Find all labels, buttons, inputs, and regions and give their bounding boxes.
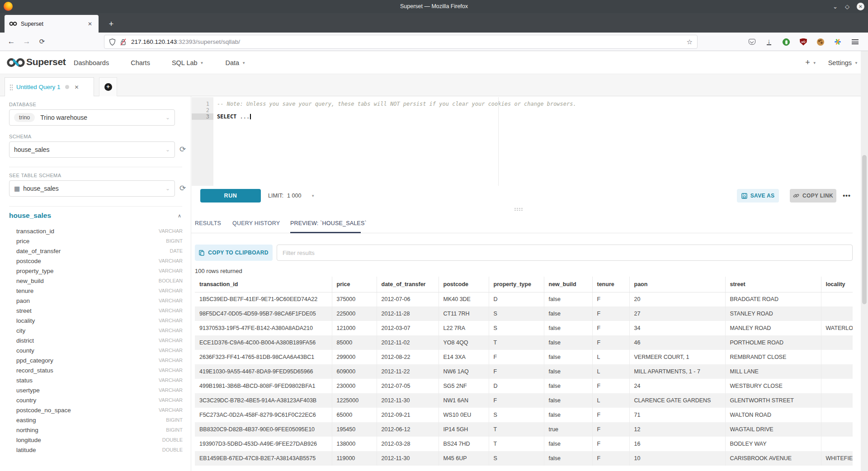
refresh-table-icon[interactable]: ⟳	[178, 184, 187, 193]
screen: Superset — Mozilla Firefox ⌄ ◇ ✕ Superse…	[0, 0, 868, 471]
database-select[interactable]: trino Trino warehouse ⌄	[9, 109, 175, 126]
column-type: VARCHAR	[159, 328, 183, 333]
window-close-icon[interactable]: ✕	[857, 3, 864, 10]
tab-preview-house-sales[interactable]: PREVIEW: `HOUSE_SALES`	[290, 220, 367, 226]
cell-postcode: IP14 5GH	[439, 422, 489, 437]
filter-results-input[interactable]	[277, 245, 853, 261]
cell-postcode: SG5 2NF	[439, 379, 489, 393]
table-header-cell[interactable]: property_type	[489, 277, 544, 292]
query-tab-active[interactable]: Untitled Query 1 ✕	[5, 77, 94, 96]
copy-link-button[interactable]: COPY LINK	[790, 189, 836, 203]
nav-dashboards[interactable]: Dashboards	[74, 59, 109, 66]
table-header-cell[interactable]: price	[332, 277, 377, 292]
nav-data[interactable]: Data▼	[226, 59, 246, 66]
cell-transaction-id: 2636F323-FF41-4765-81DB-98CAA6A43BC1	[195, 350, 332, 364]
sql-editor[interactable]: 1 2 3 -- Note: Unless you save your quer…	[191, 97, 853, 186]
run-button[interactable]: RUN	[200, 189, 261, 203]
nav-sql-lab[interactable]: SQL Lab▼	[172, 59, 204, 66]
schema-select[interactable]: house_sales ⌄	[9, 141, 175, 158]
superset-nav-right: +▼ Settings▼	[805, 51, 858, 74]
scrollbar-thumb[interactable]	[862, 155, 867, 304]
copy-to-clipboard-button[interactable]: COPY TO CLIPBOARD	[195, 245, 273, 261]
new-query-tab-button[interactable]: +	[99, 77, 117, 96]
page-scrollbar[interactable]	[861, 51, 868, 471]
save-as-button[interactable]: SAVE AS	[737, 189, 779, 203]
table-header-cell[interactable]: postcode	[439, 277, 489, 292]
window-maximize-icon[interactable]: ◇	[845, 4, 849, 9]
cell-tenure: F	[592, 408, 629, 422]
south-pane-tabs: RESULTS QUERY HISTORY PREVIEW: `HOUSE_SA…	[191, 215, 853, 233]
back-button-icon[interactable]: ←	[4, 37, 19, 46]
cell-property-type: F	[489, 364, 544, 379]
cell-date-of-transfer: 2012-06-12	[377, 422, 439, 437]
table-header-cell[interactable]: new_build	[544, 277, 592, 292]
settings-menu[interactable]: Settings▼	[828, 59, 858, 66]
privacy-badger-icon[interactable]	[782, 38, 790, 46]
refresh-schema-icon[interactable]: ⟳	[178, 145, 187, 154]
forward-button-icon[interactable]: →	[19, 37, 34, 46]
cell-street: REMBRANDT CLOSE	[725, 350, 821, 364]
table-header-cell[interactable]: tenure	[592, 277, 629, 292]
browser-tab-superset[interactable]: Superset ✕	[5, 15, 99, 33]
table-select[interactable]: ▦ house_sales ⌄	[9, 180, 175, 197]
tab-query-history[interactable]: QUERY HISTORY	[232, 220, 280, 226]
superset-navbar: Superset Dashboards Charts SQL Lab▼ Data…	[0, 51, 868, 74]
pocket-icon[interactable]	[748, 38, 756, 46]
tracking-shield-icon[interactable]	[109, 38, 116, 46]
cell-price: 1225000	[332, 393, 377, 408]
cell-locality	[821, 335, 853, 350]
limit-dropdown[interactable]: LIMIT: 1 000 ▼	[268, 189, 315, 203]
cell-transaction-id: ECE1D376-C9A6-4C00-B004-A380B189FA56	[195, 335, 332, 350]
cell-property-type: S	[489, 321, 544, 335]
table-header-cell[interactable]: date_of_transfer	[377, 277, 439, 292]
url-bar[interactable]: 217.160.120.143:32393/superset/sqllab/ ☆	[104, 35, 698, 49]
text-cursor	[250, 114, 251, 119]
drag-handle-icon[interactable]	[9, 84, 13, 90]
download-icon[interactable]: ↓	[765, 38, 773, 46]
line-number: 2	[192, 107, 213, 113]
editor-code-area[interactable]: -- Note: Unless you save your query, the…	[213, 97, 853, 186]
url-host: 217.160.120.143	[131, 38, 177, 45]
table-header-cell[interactable]: street	[725, 277, 821, 292]
column-row: tenure VARCHAR	[0, 286, 191, 296]
table-header-cell[interactable]: locality	[821, 277, 853, 292]
cell-tenure: F	[592, 306, 629, 321]
cell-paon: VERMEER COURT, 1	[629, 350, 725, 364]
column-name: price	[16, 238, 29, 245]
window-title: Superset — Mozilla Firefox	[0, 0, 868, 13]
pane-resize-grip[interactable]	[514, 207, 523, 211]
cell-price: 195450	[332, 422, 377, 437]
menu-icon[interactable]	[851, 38, 859, 46]
results-table[interactable]: transaction_idpricedate_of_transferpostc…	[195, 277, 853, 466]
ublock-icon[interactable]: uO	[799, 38, 807, 46]
cookie-icon[interactable]	[816, 38, 825, 46]
cell-price: 225000	[332, 306, 377, 321]
column-name: new_build	[16, 278, 44, 284]
cell-postcode: L22 7RA	[439, 321, 489, 335]
superset-logo-icon[interactable]	[6, 57, 25, 68]
insecure-lock-icon[interactable]	[120, 38, 127, 46]
table-heading[interactable]: house_sales	[9, 212, 51, 220]
column-type: VARCHAR	[159, 377, 183, 383]
cell-paon: 12	[629, 422, 725, 437]
table-header-cell[interactable]: transaction_id	[195, 277, 332, 292]
window-minimize-icon[interactable]: ⌄	[833, 4, 838, 9]
container-icon[interactable]	[834, 38, 842, 46]
cell-property-type: T	[489, 437, 544, 451]
bookmark-star-icon[interactable]: ☆	[687, 38, 693, 46]
more-options-icon[interactable]: •••	[839, 189, 854, 203]
collapse-chevron-icon[interactable]: ∧	[178, 213, 181, 219]
add-new-button[interactable]: +▼	[805, 58, 816, 67]
new-tab-button[interactable]: +	[105, 18, 118, 30]
browser-tab-close-icon[interactable]: ✕	[86, 20, 94, 28]
tab-results[interactable]: RESULTS	[195, 220, 221, 226]
clipboard-icon	[199, 250, 204, 256]
nav-charts[interactable]: Charts	[131, 59, 150, 66]
table-header-cell[interactable]: paon	[629, 277, 725, 292]
superset-brand[interactable]: Superset	[26, 57, 66, 67]
query-tab-close-icon[interactable]: ✕	[75, 84, 79, 90]
reload-button-icon[interactable]: ⟳	[34, 38, 50, 46]
column-name: locality	[16, 317, 35, 324]
cell-paon: 71	[629, 408, 725, 422]
browser-tabstrip: Superset ✕ +	[0, 13, 868, 33]
